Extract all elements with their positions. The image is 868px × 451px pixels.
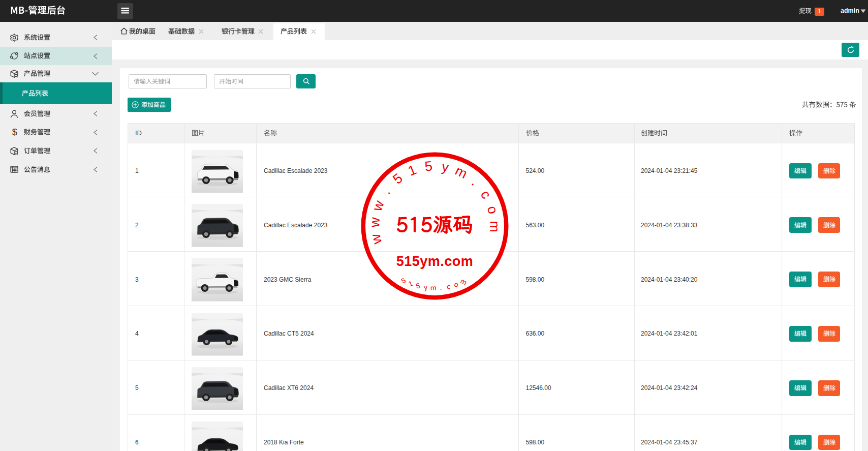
svg-text:y: y <box>441 159 450 175</box>
svg-text:m: m <box>459 277 468 286</box>
svg-text:y: y <box>423 283 428 291</box>
svg-text:515ym.com: 515ym.com <box>396 254 474 269</box>
svg-text:5: 5 <box>424 158 433 174</box>
svg-text:c: c <box>446 282 451 291</box>
svg-text:w: w <box>367 217 383 228</box>
svg-text:o: o <box>453 280 460 289</box>
svg-text:.: . <box>440 283 442 291</box>
svg-text:.: . <box>469 175 482 189</box>
svg-text:1: 1 <box>407 279 414 288</box>
svg-text:m: m <box>453 163 470 182</box>
svg-text:5: 5 <box>390 170 405 187</box>
svg-text:5: 5 <box>400 276 408 285</box>
svg-text:w: w <box>367 232 385 246</box>
svg-text:.: . <box>379 185 393 197</box>
svg-text:1: 1 <box>406 162 419 178</box>
svg-text:5: 5 <box>415 281 421 290</box>
svg-text:c: c <box>478 188 494 201</box>
svg-text:m: m <box>487 221 502 232</box>
svg-text:m: m <box>430 284 437 292</box>
svg-text:o: o <box>484 204 501 216</box>
svg-text:w: w <box>369 198 387 214</box>
